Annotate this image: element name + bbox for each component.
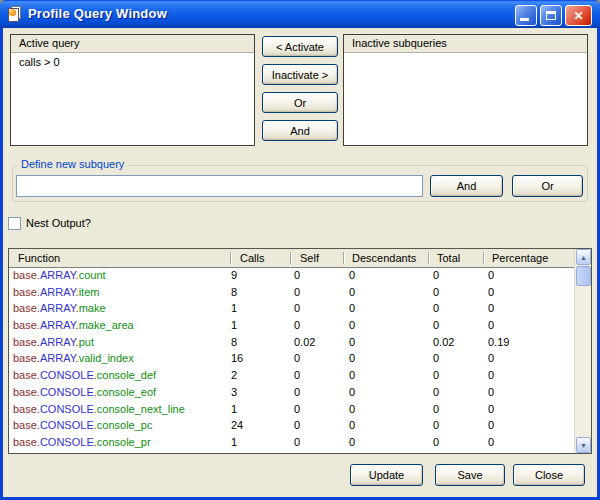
nest-output-label: Nest Output? [26,217,91,229]
function-cell: base.CONSOLE.console_def [13,369,156,381]
column-separator[interactable] [428,252,429,264]
value-cell: 1 [231,302,237,314]
value-cell: 0.02 [433,336,454,348]
function-cell: base.ARRAY.make_area [13,319,134,331]
scroll-down-button[interactable]: ▼ [576,437,591,453]
value-cell: 0 [488,403,494,415]
vertical-scrollbar[interactable]: ▲ ▼ [574,249,591,453]
column-header-percentage[interactable]: Percentage [492,252,548,264]
table-row[interactable]: base.ARRAY.count90000 [9,268,591,285]
column-separator[interactable] [483,252,484,264]
value-cell: 0 [294,419,300,431]
and-combine-button[interactable]: And [262,120,338,141]
table-row[interactable]: base.ARRAY.valid_index160000 [9,351,591,368]
column-separator[interactable] [290,252,291,264]
subquery-or-button[interactable]: Or [512,175,583,197]
profile-document-icon [7,6,23,22]
value-cell: 3 [231,386,237,398]
value-cell: 0 [294,436,300,448]
value-cell: 0 [294,302,300,314]
column-header-calls[interactable]: Calls [240,252,264,264]
table-row[interactable]: base.CONSOLE.console_pr10000 [9,435,591,452]
column-header-total[interactable]: Total [437,252,460,264]
scroll-up-button[interactable]: ▲ [576,249,591,265]
value-cell: 0 [488,419,494,431]
value-cell: 0 [488,319,494,331]
table-row[interactable]: base.ARRAY.item80000 [9,285,591,302]
value-cell: 0 [433,386,439,398]
table-row[interactable]: base.CONSOLE.console_next_line10000 [9,402,591,419]
minimize-button[interactable] [515,5,537,26]
table-row[interactable]: base.CONSOLE.console_eof30000 [9,385,591,402]
table-row[interactable]: base.CONSOLE.console_pc240000 [9,418,591,435]
value-cell: 0 [488,286,494,298]
value-cell: 0 [488,269,494,281]
close-icon: ✕ [573,10,583,22]
nest-output-checkbox[interactable] [8,217,21,230]
value-cell: 16 [231,352,243,364]
value-cell: 0 [433,403,439,415]
function-cell: base.CONSOLE.console_next_line [13,403,185,415]
function-cell: base.ARRAY.make [13,302,106,314]
inactivate-button[interactable]: Inactivate > [262,64,338,85]
define-subquery-label: Define new subquery [17,158,128,170]
dialog-client-area: Active query calls > 0 < Activate Inacti… [3,28,597,497]
value-cell: 0 [488,302,494,314]
window-title: Profile Query Window [28,6,167,21]
subquery-input[interactable] [16,175,423,197]
function-cell: base.CONSOLE.console_pr [13,436,151,448]
maximize-icon [546,11,556,20]
value-cell: 0 [433,269,439,281]
value-cell: 0 [294,386,300,398]
table-row[interactable]: base.ARRAY.put80.0200.020.19 [9,335,591,352]
value-cell: 9 [231,269,237,281]
value-cell: 0 [433,352,439,364]
maximize-button[interactable] [540,5,562,26]
value-cell: 0 [349,352,355,364]
activate-button[interactable]: < Activate [262,36,338,57]
value-cell: 8 [231,286,237,298]
inactive-subqueries-panel: Inactive subqueries [343,34,588,146]
value-cell: 0 [349,269,355,281]
value-cell: 0 [349,403,355,415]
column-header-self[interactable]: Self [300,252,319,264]
minimize-icon [520,18,529,21]
value-cell: 0 [433,419,439,431]
value-cell: 0 [294,319,300,331]
table-row[interactable]: base.ARRAY.make_area10000 [9,318,591,335]
scrollbar-thumb[interactable] [576,266,591,286]
or-combine-button[interactable]: Or [262,92,338,113]
value-cell: 0 [294,269,300,281]
column-separator[interactable] [230,252,231,264]
value-cell: 1 [231,403,237,415]
value-cell: 0 [349,386,355,398]
update-button[interactable]: Update [350,464,423,486]
table-row[interactable]: base.CONSOLE.console_def20000 [9,368,591,385]
profile-query-window: Profile Query Window ✕ Active query call… [0,0,600,500]
active-query-item[interactable]: calls > 0 [11,53,254,68]
value-cell: 0 [433,286,439,298]
function-cell: base.ARRAY.item [13,286,99,298]
close-dialog-button[interactable]: Close [513,464,585,486]
value-cell: 0 [294,403,300,415]
value-cell: 0 [349,319,355,331]
value-cell: 0 [349,436,355,448]
table-row[interactable]: base.ARRAY.make10000 [9,301,591,318]
close-button[interactable]: ✕ [565,5,592,26]
value-cell: 0 [349,336,355,348]
profile-results-table: Function Calls Self Descendants Total Pe… [8,248,592,454]
column-header-descendants[interactable]: Descendants [352,252,416,264]
title-bar[interactable]: Profile Query Window ✕ [0,0,600,28]
column-header-function[interactable]: Function [18,252,60,264]
subquery-and-button[interactable]: And [430,175,503,197]
column-separator[interactable] [343,252,344,264]
active-query-header: Active query [11,35,254,53]
function-cell: base.CONSOLE.console_pc [13,419,152,431]
value-cell: 0 [433,369,439,381]
value-cell: 0 [349,369,355,381]
save-button[interactable]: Save [435,464,505,486]
table-header-row[interactable]: Function Calls Self Descendants Total Pe… [9,249,591,268]
value-cell: 0 [294,286,300,298]
value-cell: 0 [488,352,494,364]
value-cell: 0 [349,286,355,298]
